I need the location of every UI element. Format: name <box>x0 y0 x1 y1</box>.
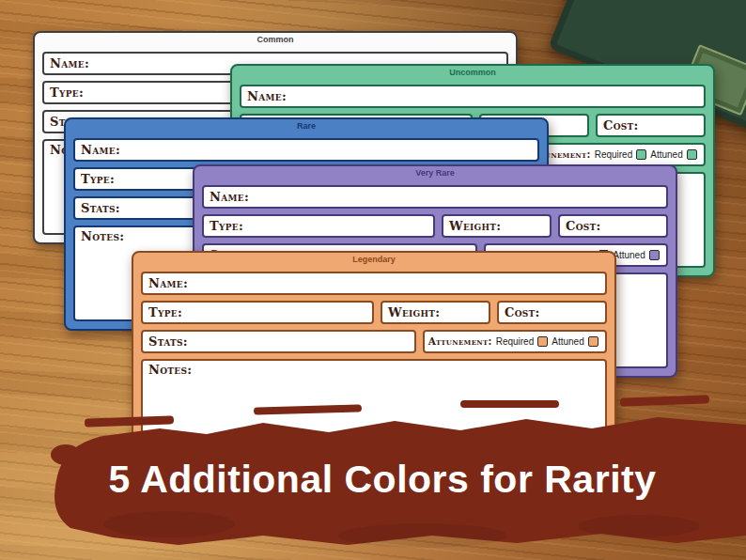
card-rarity-title: Uncommon <box>240 67 706 79</box>
card-rarity-title: Very Rare <box>202 167 668 179</box>
weight-label: Weight: <box>449 220 501 232</box>
attuned-checkbox <box>588 336 598 347</box>
name-label: Name: <box>148 277 188 289</box>
name-label: Name: <box>81 144 120 156</box>
stats-field: Stats: <box>141 330 416 353</box>
name-label: Name: <box>210 191 249 203</box>
required-label: Required <box>595 149 633 160</box>
attuned-label: Attuned <box>613 250 645 260</box>
name-field: Name: <box>240 85 706 108</box>
required-checkbox <box>537 336 548 347</box>
card-rarity-title: Legendary <box>141 254 607 266</box>
name-field: Name: <box>202 185 668 209</box>
notes-label: Notes: <box>148 364 192 376</box>
cost-field: Cost: <box>497 301 607 324</box>
attunement-field: Attunement: Required Attuned <box>423 330 607 353</box>
type-field: Type: <box>202 214 435 238</box>
required-checkbox <box>636 149 646 160</box>
cost-label: Cost: <box>603 119 639 132</box>
required-label: Required <box>496 336 535 347</box>
type-label: Type: <box>210 220 243 232</box>
attunement-field: Attunement: Required Attuned <box>521 143 706 166</box>
stats-label: Stats: <box>81 202 120 214</box>
brush-stroke-banner: 5 Additional Colors for Rarity <box>19 385 746 560</box>
weight-label: Weight: <box>388 306 440 319</box>
type-label: Type: <box>50 86 84 99</box>
wooden-table-background: Common Name: Type: Weight: Cost: Stats: … <box>0 0 746 560</box>
cost-field: Cost: <box>596 114 706 137</box>
name-field: Name: <box>73 138 539 162</box>
type-label: Type: <box>81 173 115 185</box>
banner-headline: 5 Additional Colors for Rarity <box>19 459 746 500</box>
stats-label: Stats: <box>148 335 188 348</box>
notes-label: Notes: <box>81 230 124 242</box>
attuned-checkbox <box>649 250 660 260</box>
attuned-label: Attuned <box>650 149 682 160</box>
attuned-label: Attuned <box>552 336 583 347</box>
weight-field: Weight: <box>381 301 490 324</box>
type-label: Type: <box>148 306 182 319</box>
card-rarity-title: Common <box>42 34 508 46</box>
name-field: Name: <box>141 272 607 295</box>
cost-label: Cost: <box>505 306 540 319</box>
attuned-checkbox <box>687 149 697 160</box>
name-label: Name: <box>50 57 89 70</box>
type-field: Type: <box>141 301 374 324</box>
name-label: Name: <box>247 90 287 102</box>
cost-field: Cost: <box>558 214 668 238</box>
attunement-label: Attunement: <box>428 336 492 347</box>
card-rarity-title: Rare <box>73 120 539 132</box>
weight-field: Weight: <box>442 214 552 238</box>
cost-label: Cost: <box>566 220 601 232</box>
